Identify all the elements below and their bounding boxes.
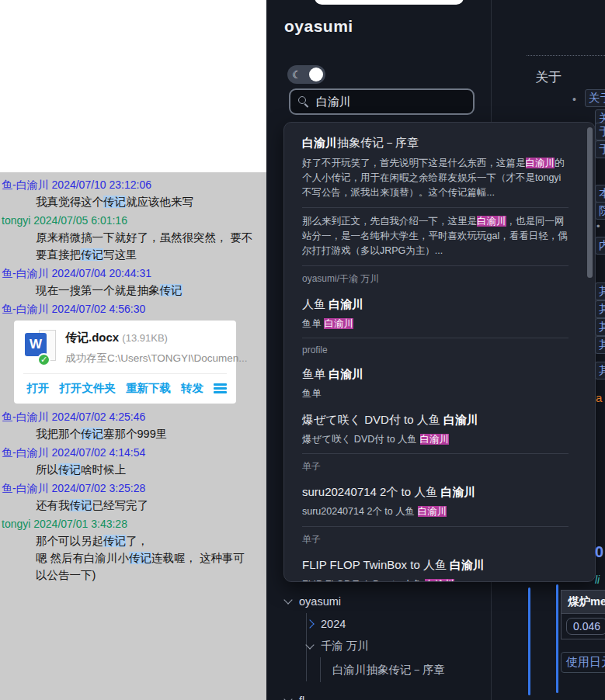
timestamp: 2024/07/01 3:43:28 [33, 518, 127, 530]
result-subtitle: 爆ぜて咲く DVD付 to 人鱼 白渝川 [302, 432, 568, 447]
tree-label[interactable]: 白渝川抽象传记－序章 [332, 663, 445, 677]
tree-label[interactable]: oyasumi [299, 595, 341, 608]
edge-link[interactable]: 院 [595, 202, 605, 220]
toggle-knob[interactable] [309, 68, 323, 81]
tree-item-partial[interactable]: fl [283, 689, 485, 700]
message-text: 还有我传记已经写完了 [36, 497, 256, 514]
result-breadcrumb: 单子 [302, 533, 568, 546]
result-subtitle: FLIP FLOP TwinBox to 人鱼 白渝川 [302, 577, 568, 583]
tree-item-oyasumi[interactable]: oyasumi [283, 590, 485, 612]
divider [302, 526, 568, 527]
about-link[interactable]: 关于 [585, 89, 605, 107]
result-title[interactable]: 爆ぜて咲く DVD付 to 人鱼 白渝川 [302, 411, 568, 428]
timestamp: 2024/07/02 3:25:28 [52, 482, 146, 494]
divider [302, 338, 568, 338]
search-results-dropdown: 白渝川抽象传记－序章 好了不开玩笑了，首先说明下这是什么东西，这篇是白渝川的个人… [283, 122, 596, 582]
success-check-icon: ✓ [37, 353, 50, 366]
result-subtitle: 鱼单 [302, 386, 568, 401]
result-breadcrumb: 单子 [302, 460, 568, 473]
divider [302, 207, 568, 208]
file-name: 传记.docx [65, 331, 119, 344]
divider [302, 265, 568, 266]
timestamp: 2024/07/10 23:12:06 [52, 178, 151, 191]
chat-message: 鱼-白渝川 2024/07/02 4:25:46 我把那个传记塞那个999里 [2, 408, 256, 442]
result-title[interactable]: FLIP FLOP TwinBox to 人鱼 白渝川 [302, 556, 568, 574]
result-title[interactable]: suru20240714 2个 to 人鱼 白渝川 [302, 483, 568, 501]
sender-name: 鱼-白渝川 [2, 267, 49, 279]
edge-text-orange: a [596, 391, 602, 404]
dropdown-scrollbar[interactable] [587, 127, 593, 278]
edge-link[interactable]: 其 [595, 318, 605, 336]
chat-message: tongyi 2024/07/05 6:01:16 原来稍微搞一下就好了，虽然很… [2, 212, 256, 263]
file-card[interactable]: W ✓ 传记.docx (13.91KB) 成功存至C:\Users\TONGY… [14, 321, 236, 404]
chevron-down-icon[interactable] [283, 695, 292, 700]
edge-link[interactable]: 其 [595, 282, 605, 300]
list-bullet: • [596, 220, 600, 232]
edge-link[interactable]: 内 [595, 237, 605, 255]
result-breadcrumb: profile [302, 345, 568, 355]
tree-item-article[interactable]: 白渝川抽象传记－序章 [320, 657, 485, 682]
tree-item-2024[interactable]: 2024 [305, 612, 485, 635]
file-tree: oyasumi 2024 千渝 万川 白渝川抽象传记－序章 fl [283, 590, 485, 700]
word-file-icon: W ✓ [23, 330, 59, 366]
open-button[interactable]: 打开 [27, 381, 50, 396]
edge-link[interactable]: 于 [595, 123, 605, 140]
result-title[interactable]: 鱼单 白渝川 [302, 366, 568, 383]
chevron-right-icon[interactable] [305, 619, 314, 628]
forward-button[interactable]: 转发 [181, 381, 203, 396]
file-size: (13.91KB) [122, 332, 168, 344]
timestamp: 2024/07/02 4:14:54 [52, 446, 146, 459]
sender-name: 鱼-白渝川 [2, 411, 49, 423]
edge-text-code: li [595, 574, 600, 586]
price-table: 煤炉merc 0.046 [561, 590, 605, 639]
list-bullet: • [572, 93, 576, 106]
about-heading: 关于 [492, 68, 605, 86]
edge-link[interactable]: 其 [595, 362, 605, 379]
result-title[interactable]: 人鱼 白渝川 [302, 296, 568, 313]
sender-name: tongyi [2, 518, 30, 530]
timestamp: 2024/07/02 4:56:30 [52, 303, 146, 315]
timestamp: 2024/07/02 4:25:46 [52, 411, 146, 423]
chevron-down-icon[interactable] [305, 640, 314, 649]
result-excerpt: 好了不开玩笑了，首先说明下这是什么东西，这篇是白渝川的个人小传记，用于在闲暇之余… [302, 156, 568, 200]
timestamp: 2024/07/05 6:01:16 [33, 214, 127, 227]
redownload-button[interactable]: 重新下载 [126, 381, 171, 396]
sender-name: tongyi [2, 214, 30, 227]
scroll-indicator[interactable] [556, 584, 558, 693]
open-folder-button[interactable]: 打开文件夹 [60, 381, 116, 396]
edge-link[interactable]: 其 [595, 336, 605, 354]
message-text: 嗯 然后有白渝川小传记连载喔， 这种事可以公告一下) [36, 549, 256, 584]
price-table-header: 煤炉merc [561, 590, 605, 614]
chat-message: 鱼-白渝川 2024/07/10 23:12:06 我真觉得这个传记就应该他来写 [2, 176, 256, 210]
yen-link[interactable]: 使用日元的 [561, 652, 605, 673]
result-subtitle: suru20240714 2个 to 人鱼 白渝川 [302, 504, 568, 519]
message-text: 那个可以另起传记了， [36, 532, 256, 549]
tree-item-folder[interactable]: 千渝 万川 [305, 635, 485, 657]
more-actions-icon[interactable] [214, 382, 227, 396]
chat-message: 鱼-白渝川 2024/07/04 20:44:31 现在一搜第一个就是抽象传记 [2, 265, 256, 299]
tree-label[interactable]: 2024 [321, 618, 346, 630]
chevron-down-icon[interactable] [283, 595, 292, 604]
tree-label[interactable]: fl [299, 695, 304, 700]
tree-label[interactable]: 千渝 万川 [321, 639, 369, 653]
top-pill[interactable] [315, 0, 464, 5]
rate-value[interactable]: 0.046 [566, 618, 605, 635]
theme-toggle[interactable]: ☾ [287, 65, 325, 84]
divider [302, 453, 568, 454]
chat-message: 鱼-白渝川 2024/07/02 4:56:30 W ✓ 传记.docx (13… [2, 300, 256, 404]
timestamp: 2024/07/04 20:44:31 [52, 267, 151, 279]
sender-name: 鱼-白渝川 [2, 178, 49, 191]
search-icon [298, 96, 309, 107]
edge-link[interactable]: 本 [595, 185, 605, 203]
chat-message: tongyi 2024/07/01 3:43:28 那个可以另起传记了， 嗯 然… [2, 515, 256, 584]
result-breadcrumb: oyasumi/干渝 万川 [302, 272, 568, 286]
search-input[interactable]: 白渝川 [289, 88, 475, 115]
edge-link[interactable]: 其 [595, 300, 605, 318]
result-subtitle: 鱼单 白渝川 [302, 317, 568, 331]
scroll-indicator[interactable] [528, 587, 530, 695]
sender-name: 鱼-白渝川 [2, 303, 49, 315]
edge-link[interactable]: 于 [595, 140, 605, 158]
message-text: 原来稍微搞一下就好了，虽然很突然， 要不要直接把传记写这里 [36, 229, 256, 263]
sender-name: 鱼-白渝川 [2, 482, 49, 494]
result-title[interactable]: 白渝川抽象传记－序章 [302, 134, 568, 151]
